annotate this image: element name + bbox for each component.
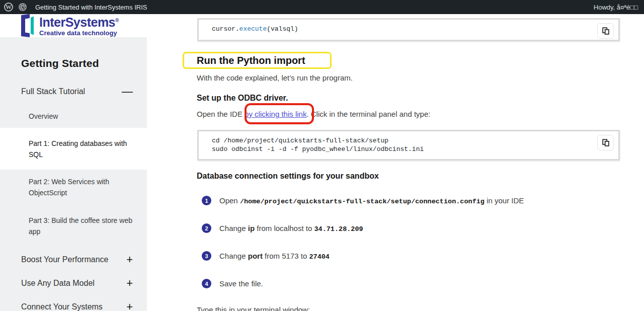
step-number-badge: 3 — [202, 251, 211, 261]
step-mid: from localhost to — [255, 224, 314, 232]
brand-name: InterSystems® — [39, 15, 119, 28]
code-line-2: sudo odbcinst -i -d -f pyodbc_wheel/linu… — [212, 145, 618, 153]
step-pre: Change — [219, 224, 248, 232]
step-item-3: 3 Change port from 5173 to 27404 — [202, 251, 330, 261]
intersystems-logo-text: InterSystems® Creative data technology — [39, 15, 119, 36]
code-block-odbc-setup: cd /home/project/quickstarts-full-stack/… — [197, 130, 620, 161]
code-token: cursor. — [212, 25, 239, 33]
step-number-badge: 1 — [202, 196, 211, 205]
brand-tagline: Creative data technology — [39, 29, 119, 37]
copy-icon — [601, 27, 610, 36]
section-label: Full Stack Tutorial — [21, 87, 85, 96]
sidebar-heading: Getting Started — [0, 57, 147, 69]
sidebar-item-part1-active[interactable]: Part 1: Creating databases with SQL — [0, 128, 147, 170]
step-text: Change ip from localhost to 34.71.28.209 — [219, 224, 363, 233]
code-token-execute: execute — [239, 25, 267, 33]
step-item-4: 4 Save the file. — [202, 279, 263, 288]
sidebar-item-overview[interactable]: Overview — [0, 111, 147, 122]
open-ide-link[interactable]: by clicking this link — [245, 110, 306, 118]
step-text: Open /home/project/quickstarts-full-stac… — [219, 196, 524, 205]
step-number-badge: 2 — [202, 223, 211, 233]
subhead-odbc-driver: Set up the ODBC driver. — [197, 94, 288, 103]
inline-code-path: /home/project/quickstarts-full-stack/set… — [240, 198, 485, 205]
sidebar-section-connect-your-systems[interactable]: Connect Your Systems + — [0, 302, 147, 311]
registered-mark: ® — [115, 18, 119, 23]
sidebar: InterSystems® Creative data technology G… — [0, 14, 147, 311]
step-item-1: 1 Open /home/project/quickstarts-full-st… — [202, 196, 524, 205]
sentence-post: . Click in the terminal panel and type: — [306, 110, 430, 118]
code-line-1: cd /home/project/quickstarts-full-stack/… — [212, 136, 618, 145]
sidebar-section-use-any-data-model[interactable]: Use Any Data Model + — [0, 279, 147, 288]
sidebar-item-part3[interactable]: Part 3: Build the coffee store web app — [0, 215, 147, 237]
expand-plus-icon[interactable]: + — [126, 279, 133, 287]
subhead-db-connection: Database connection settings for your sa… — [197, 172, 379, 181]
wordpress-logo-icon[interactable]: W — [4, 3, 13, 12]
step-bold-term: port — [248, 252, 263, 260]
inline-code-ip: 34.71.28.209 — [314, 225, 363, 233]
sidebar-item-part2[interactable]: Part 2: Web Services with ObjectScript — [0, 176, 147, 198]
intersystems-logo[interactable]: InterSystems® Creative data technology — [0, 14, 147, 37]
copy-code-button[interactable] — [597, 135, 614, 150]
step-bold-term: ip — [248, 224, 255, 232]
collapse-minus-icon[interactable]: — — [122, 88, 133, 96]
step-text: Save the file. — [219, 279, 263, 288]
step-pre: Open — [219, 196, 240, 205]
expand-plus-icon[interactable]: + — [126, 256, 133, 264]
code-token: (valsql) — [267, 25, 298, 33]
code-block-cursor-execute: cursor.execute(valsql) — [197, 18, 620, 41]
expand-plus-icon[interactable]: + — [126, 303, 133, 311]
step-post: in your IDE — [485, 196, 524, 205]
step-item-2: 2 Change ip from localhost to 34.71.28.2… — [202, 223, 363, 233]
brand-word: InterSystems — [39, 16, 115, 30]
admin-bar-site-title[interactable]: Getting Started with InterSystems IRIS — [35, 4, 147, 11]
step-pre: Change — [219, 252, 248, 260]
code-line: cursor.execute(valsql) — [199, 20, 618, 33]
step-mid: from 5173 to — [263, 252, 309, 260]
step-pre: Save the file. — [219, 279, 263, 288]
admin-bar-howdy[interactable]: Howdy, å¤ªé□□ — [594, 0, 638, 14]
page-title: Run the Python import — [197, 55, 305, 66]
code-lines: cd /home/project/quickstarts-full-stack/… — [199, 131, 618, 153]
sidebar-nav: Getting Started Full Stack Tutorial — Ov… — [0, 37, 147, 311]
terminal-paragraph: Type this in your terminal window: — [197, 305, 310, 311]
intro-paragraph: With the code explained, let’s run the p… — [197, 73, 353, 82]
section-label: Boost Your Performance — [21, 255, 108, 264]
sidebar-section-boost-performance[interactable]: Boost Your Performance + — [0, 255, 147, 264]
gauge-svg — [18, 3, 27, 12]
admin-bar-left: W Getting Started with InterSystems IRIS — [0, 3, 147, 12]
step-text: Change port from 5173 to 27404 — [219, 252, 330, 261]
sidebar-section-full-stack-tutorial[interactable]: Full Stack Tutorial — — [0, 87, 147, 96]
speedometer-gauge-icon[interactable] — [18, 3, 27, 12]
inline-code-port: 27404 — [309, 253, 330, 261]
intersystems-logo-mark-icon — [20, 14, 34, 37]
section-label: Connect Your Systems — [21, 302, 103, 311]
step-number-badge: 4 — [202, 279, 211, 288]
copy-code-button[interactable] — [597, 23, 614, 39]
main-content: cursor.execute(valsql) Run the Python im… — [147, 14, 644, 311]
wp-admin-bar: W Getting Started with InterSystems IRIS… — [0, 0, 644, 14]
sentence-pre: Open the IDE — [197, 110, 245, 118]
section-label: Use Any Data Model — [21, 279, 95, 288]
copy-icon — [601, 138, 610, 147]
open-ide-paragraph: Open the IDE by clicking this link. Clic… — [197, 110, 430, 118]
